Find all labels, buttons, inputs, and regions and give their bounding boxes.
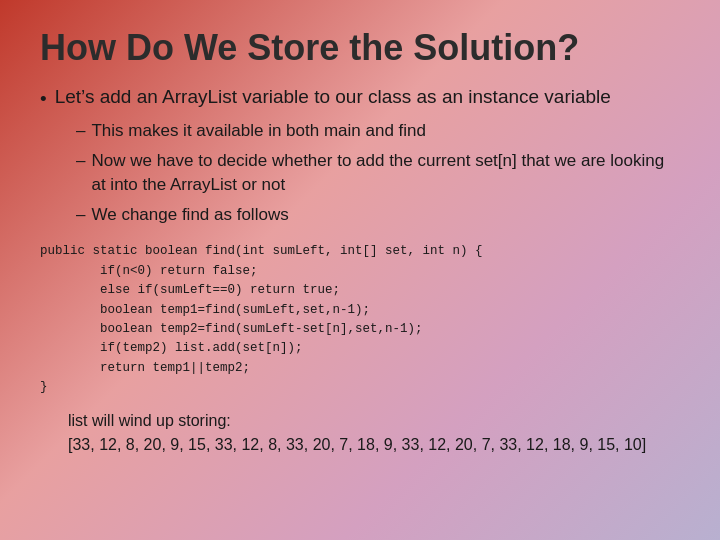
- slide-title: How Do We Store the Solution?: [40, 28, 680, 68]
- footer: list will wind up storing: [33, 12, 8, 2…: [68, 409, 680, 457]
- slide: How Do We Store the Solution? • Let’s ad…: [0, 0, 720, 540]
- main-bullet-text: Let’s add an ArrayList variable to our c…: [55, 84, 611, 110]
- footer-line2: [33, 12, 8, 20, 9, 15, 33, 12, 8, 33, 20…: [68, 433, 680, 457]
- sub-bullet-1: – This makes it available in both main a…: [76, 119, 680, 143]
- dash-2: –: [76, 149, 85, 173]
- sub-bullet-2: – Now we have to decide whether to add t…: [76, 149, 680, 197]
- sub-bullet-3-text: We change find as follows: [91, 203, 288, 227]
- footer-line1: list will wind up storing:: [68, 409, 680, 433]
- dash-3: –: [76, 203, 85, 227]
- main-bullet: • Let’s add an ArrayList variable to our…: [40, 84, 680, 112]
- dash-1: –: [76, 119, 85, 143]
- bullet-dot: •: [40, 86, 47, 112]
- sub-bullet-2-text: Now we have to decide whether to add the…: [91, 149, 680, 197]
- content-area: • Let’s add an ArrayList variable to our…: [40, 84, 680, 520]
- sub-bullet-3: – We change find as follows: [76, 203, 680, 227]
- code-block: public static boolean find(int sumLeft, …: [40, 242, 680, 397]
- sub-bullet-1-text: This makes it available in both main and…: [91, 119, 426, 143]
